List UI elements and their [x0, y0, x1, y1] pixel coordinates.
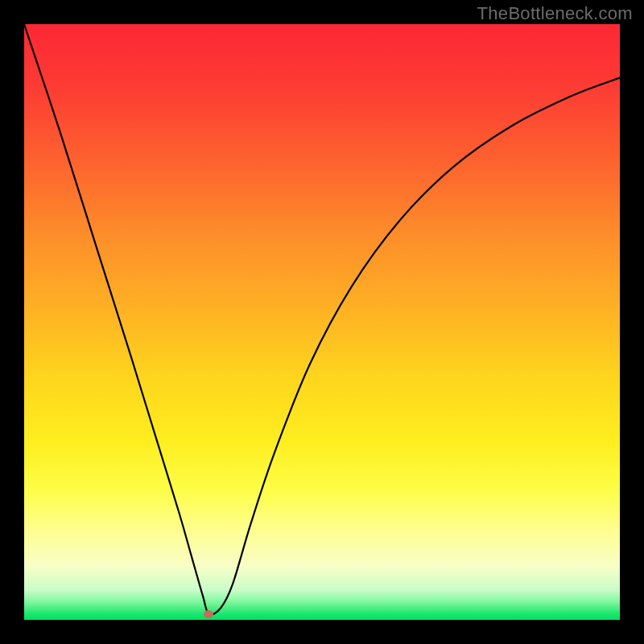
watermark-text: TheBottleneck.com: [477, 3, 633, 24]
plot-area: [24, 24, 620, 620]
gradient-background: [24, 24, 620, 620]
minimum-marker: [204, 610, 213, 618]
chart-frame: TheBottleneck.com: [0, 0, 644, 644]
